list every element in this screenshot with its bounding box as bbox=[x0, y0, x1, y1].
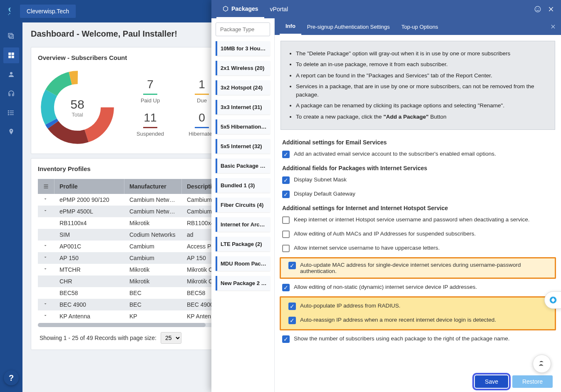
expand-icon[interactable] bbox=[38, 299, 55, 310]
stat-suspended: 11Suspended bbox=[129, 111, 171, 137]
package-item[interactable]: 3x2 Hotspot (24) bbox=[216, 80, 270, 95]
restore-button[interactable]: Restore bbox=[512, 375, 553, 388]
panel-footer-buttons: Save Restore bbox=[475, 375, 553, 388]
svg-point-0 bbox=[9, 13, 10, 14]
info-bullet: A report can be found in the "Packages a… bbox=[296, 72, 548, 80]
expand-icon[interactable] bbox=[38, 194, 55, 206]
subtab-close-icon[interactable] bbox=[550, 24, 556, 30]
info-bullet: To delete an in-use package, remove it f… bbox=[296, 60, 548, 69]
expand-icon[interactable] bbox=[38, 287, 55, 299]
expand-icon[interactable] bbox=[38, 241, 55, 252]
checkbox-icon[interactable]: ✓ bbox=[288, 262, 296, 269]
chk-auto-populate-radius[interactable]: ✓Auto-populate IP address from RADIUS. bbox=[281, 299, 555, 313]
checkbox-icon[interactable] bbox=[282, 216, 290, 224]
checkbox-icon[interactable]: ✓ bbox=[282, 176, 290, 184]
chk-edit-dynamic-ip[interactable]: ✓Allow editing of non-static (dynamic) i… bbox=[275, 280, 561, 295]
settings-subtabs: Info Pre-signup Authentication Settings … bbox=[275, 18, 561, 35]
expand-icon[interactable] bbox=[38, 264, 55, 275]
chk-email-activated[interactable]: ✓Add an activated email service account … bbox=[275, 147, 561, 161]
scribble-fab-icon[interactable] bbox=[533, 355, 551, 373]
tab-packages[interactable]: Packages bbox=[216, 0, 264, 18]
svg-rect-13 bbox=[8, 52, 11, 55]
panel-tabs: Packages vPortal bbox=[211, 0, 561, 18]
checkbox-icon[interactable]: ✓ bbox=[288, 317, 296, 324]
package-item[interactable]: 5x5 Hibernation as a bbox=[216, 119, 270, 134]
highlight-radius-ip: ✓Auto-populate IP address from RADIUS. ✓… bbox=[280, 296, 556, 330]
save-button[interactable]: Save bbox=[475, 375, 508, 388]
section-fields-heading: Additional fields for Packages with Inte… bbox=[275, 161, 561, 173]
checkbox-icon[interactable]: ✓ bbox=[282, 191, 290, 198]
nav-pin-icon[interactable] bbox=[3, 124, 19, 140]
help-fab[interactable]: ? bbox=[4, 370, 19, 385]
section-inet-heading: Additional settings for Internet and Int… bbox=[275, 201, 561, 213]
svg-point-33 bbox=[536, 8, 537, 9]
package-item[interactable]: New Package 2 (0) bbox=[216, 276, 270, 290]
svg-point-21 bbox=[8, 112, 9, 113]
chk-keep-credentials[interactable]: Keep internet or internet Hotspot servic… bbox=[275, 213, 561, 227]
checkbox-icon[interactable]: ✓ bbox=[282, 151, 290, 158]
tab-vportal[interactable]: vPortal bbox=[264, 0, 294, 18]
package-item[interactable]: 10MB for 3 Hours In bbox=[216, 41, 270, 56]
nav-dashboard-icon[interactable] bbox=[3, 47, 19, 63]
nav-headset-icon[interactable] bbox=[3, 86, 19, 102]
subscribers-donut-chart: 58 Total bbox=[38, 68, 117, 147]
chat-bubble-icon[interactable] bbox=[544, 291, 561, 309]
expand-icon[interactable] bbox=[38, 252, 55, 264]
info-box: The "Delete Package" option will gray-ou… bbox=[280, 41, 555, 130]
th-manufacturer[interactable]: Manufacturer bbox=[124, 179, 182, 194]
svg-point-20 bbox=[8, 111, 9, 112]
checkbox-icon[interactable]: ✓ bbox=[288, 303, 296, 310]
stat-paid up: 7Paid Up bbox=[129, 78, 171, 104]
checkbox-icon[interactable] bbox=[282, 231, 290, 238]
package-item[interactable]: Basic Package (35) bbox=[216, 159, 270, 173]
package-item[interactable]: Internet for Archived bbox=[216, 217, 270, 232]
nav-list-icon[interactable] bbox=[3, 105, 19, 121]
nav-copy-icon[interactable] bbox=[3, 28, 19, 44]
info-bullet: Services in a package, that are in use b… bbox=[296, 82, 548, 99]
page-size-select[interactable]: 25 bbox=[161, 332, 181, 344]
package-item[interactable]: Fiber Circuits (4) bbox=[216, 198, 270, 212]
subtab-presignup[interactable]: Pre-signup Authentication Settings bbox=[301, 18, 396, 35]
info-bullet: A package can be renamed by clicking its… bbox=[296, 102, 548, 110]
expand-icon[interactable] bbox=[38, 229, 55, 241]
package-type-input[interactable] bbox=[216, 22, 270, 36]
package-item[interactable]: MDU Room Package bbox=[216, 256, 270, 271]
package-item[interactable]: 3x3 Internet (31) bbox=[216, 100, 270, 114]
svg-rect-12 bbox=[8, 33, 12, 37]
package-item[interactable]: 5x5 Internet (32) bbox=[216, 139, 270, 154]
settings-column: Info Pre-signup Authentication Settings … bbox=[275, 18, 561, 392]
checkbox-icon[interactable]: ✓ bbox=[282, 335, 290, 343]
expand-icon[interactable] bbox=[38, 217, 55, 229]
checkbox-icon[interactable] bbox=[282, 245, 290, 252]
emoji-icon[interactable] bbox=[533, 4, 543, 14]
chk-auto-reassign-ip[interactable]: ✓Auto-reassign IP address when a more re… bbox=[281, 313, 555, 327]
chk-edit-auth-macs[interactable]: Allow editing of Auth MACs and IP Addres… bbox=[275, 227, 561, 241]
section-email-heading: Additional settings for Email Services bbox=[275, 136, 561, 147]
svg-rect-15 bbox=[8, 56, 11, 58]
package-item[interactable]: LTE Package (2) bbox=[216, 237, 270, 251]
info-bullet: To create a new package, click the "Add … bbox=[296, 113, 548, 121]
brand-label[interactable]: Cleverwisp.Tech bbox=[20, 5, 76, 18]
subtab-topup[interactable]: Top-up Options bbox=[396, 18, 444, 35]
svg-point-32 bbox=[535, 6, 541, 12]
svg-rect-16 bbox=[12, 56, 14, 58]
svg-rect-14 bbox=[12, 52, 14, 55]
chk-default-gateway[interactable]: ✓Display Default Gateway bbox=[275, 187, 561, 201]
expand-icon[interactable] bbox=[38, 206, 55, 217]
package-item[interactable]: Bundled 1 (3) bbox=[216, 178, 270, 193]
expand-icon[interactable] bbox=[38, 275, 55, 287]
chk-auto-update-mac[interactable]: ✓Auto-update MAC address for single-devi… bbox=[281, 258, 555, 278]
chk-show-subscriber-count[interactable]: ✓Show the number of subscribers using ea… bbox=[275, 332, 561, 346]
table-menu-icon[interactable] bbox=[38, 179, 55, 194]
nav-user-icon[interactable] bbox=[3, 67, 19, 82]
th-profile[interactable]: Profile bbox=[55, 179, 124, 194]
subtab-info[interactable]: Info bbox=[280, 18, 301, 35]
package-item[interactable]: 2x1 Wireless (20) bbox=[216, 61, 270, 75]
chk-uppercase-user[interactable]: Allow internet service username to have … bbox=[275, 241, 561, 256]
chk-subnet-mask[interactable]: ✓Display Subnet Mask bbox=[275, 173, 561, 187]
app-logo-icon[interactable] bbox=[5, 5, 17, 17]
close-icon[interactable] bbox=[546, 4, 556, 14]
expand-icon[interactable] bbox=[38, 310, 55, 322]
packages-panel: Packages vPortal 10MB for 3 Hours In2x1 … bbox=[211, 0, 561, 392]
checkbox-icon[interactable]: ✓ bbox=[282, 284, 290, 291]
